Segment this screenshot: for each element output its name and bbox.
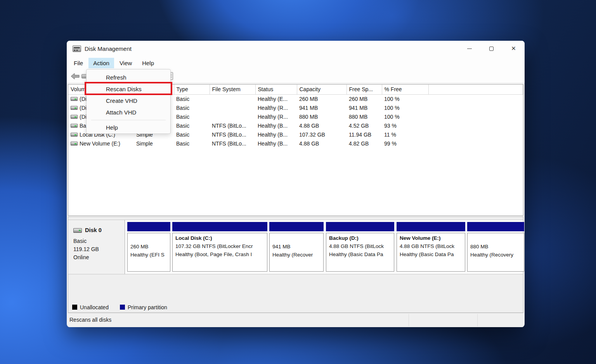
menu-item-refresh[interactable]: Refresh — [87, 72, 170, 83]
col-file-system[interactable]: File System — [210, 85, 255, 94]
col-filler — [428, 85, 523, 94]
window-controls: ✕ — [458, 41, 525, 56]
col-capacity[interactable]: Capacity — [297, 85, 347, 94]
menu-item-create-vhd[interactable]: Create VHD — [87, 95, 170, 107]
menu-file[interactable]: File — [69, 58, 88, 68]
primary-partition-swatch-icon — [120, 305, 125, 310]
partition-title: New Volume (E:) — [400, 234, 462, 243]
partition-size: 4.88 GB NTFS (BitLock — [329, 243, 391, 251]
action-dropdown-menu: Refresh Rescan Disks Create VHD Attach V… — [86, 69, 171, 134]
unallocated-swatch-icon — [72, 305, 77, 310]
volume-icon — [71, 142, 78, 146]
disk-icon — [73, 228, 82, 233]
status-text: Rescans all disks — [69, 313, 111, 326]
partition-color-bar — [172, 222, 267, 231]
col-type[interactable]: Type — [174, 85, 210, 94]
menu-help[interactable]: Help — [137, 58, 159, 68]
title-bar[interactable]: Disk Management ✕ — [67, 41, 525, 56]
partition-status: Healthy (EFI S — [130, 251, 167, 259]
partition-color-bar — [326, 222, 394, 231]
partition-size: 4.88 GB NTFS (BitLock — [400, 243, 462, 251]
minimize-button[interactable] — [458, 41, 480, 56]
partition-new-volume-e[interactable]: New Volume (E:) 4.88 GB NTFS (BitLock He… — [397, 220, 465, 274]
legend: Unallocated Primary partition — [68, 302, 523, 312]
minimize-icon — [467, 49, 472, 49]
partition-status: Healthy (Basic Data Pa — [329, 251, 391, 259]
partition-color-bar — [269, 222, 324, 231]
col-pct-free[interactable]: % Free — [382, 85, 428, 94]
volume-icon — [71, 115, 78, 119]
disk0-panel[interactable]: Disk 0 Basic 119.12 GB Online — [69, 220, 125, 274]
disk-management-app-icon — [73, 45, 81, 52]
partition-efi[interactable]: 260 MB Healthy (EFI S — [127, 220, 170, 274]
partition-status: Healthy (Recover — [272, 251, 321, 259]
partition-color-bar — [127, 222, 170, 231]
legend-unallocated-label: Unallocated — [80, 304, 109, 310]
partition-size: 880 MB — [470, 243, 521, 251]
menu-view[interactable]: View — [115, 58, 137, 68]
volume-icon — [71, 124, 78, 128]
disk0-row: Disk 0 Basic 119.12 GB Online 260 MB Hea… — [68, 220, 523, 274]
close-button[interactable]: ✕ — [502, 41, 525, 56]
partition-size: 941 MB — [272, 243, 321, 251]
legend-primary-label: Primary partition — [128, 304, 167, 310]
back-arrow-icon[interactable] — [71, 73, 80, 81]
menu-item-help[interactable]: Help — [87, 122, 170, 133]
partition-recovery-2[interactable]: 880 MB Healthy (Recovery — [467, 220, 524, 274]
volume-icon — [71, 106, 78, 110]
partition-title: Backup (D:) — [329, 234, 391, 243]
window-title: Disk Management — [85, 45, 132, 52]
maximize-icon — [489, 47, 494, 51]
menu-bar: File Action View Help — [67, 56, 525, 69]
partition-backup-d[interactable]: Backup (D:) 4.88 GB NTFS (BitLock Health… — [326, 220, 394, 274]
volume-icon — [71, 97, 78, 101]
graphical-view-pane: Disk 0 Basic 119.12 GB Online 260 MB Hea… — [68, 217, 523, 313]
partition-color-bar — [397, 222, 465, 231]
partition-recovery-1[interactable]: 941 MB Healthy (Recover — [269, 220, 324, 274]
partition-color-bar — [467, 222, 524, 231]
menu-item-attach-vhd[interactable]: Attach VHD — [87, 107, 170, 118]
partition-size: 260 MB — [130, 243, 167, 251]
status-divider — [409, 314, 409, 326]
disk-management-window: Disk Management ✕ File Action View Help … — [67, 41, 525, 327]
partition-status: Healthy (Basic Data Pa — [400, 251, 462, 259]
partition-status: Healthy (Boot, Page File, Crash I — [175, 251, 264, 259]
table-row[interactable]: New Volume (E:) Simple Basic NTFS (BitLo… — [68, 139, 523, 148]
menu-separator — [91, 120, 166, 120]
volume-icon — [71, 133, 78, 137]
col-free-space[interactable]: Free Sp... — [347, 85, 382, 94]
close-icon: ✕ — [511, 45, 516, 52]
partition-status: Healthy (Recovery — [470, 251, 521, 259]
partition-size: 107.32 GB NTFS (BitLocker Encr — [175, 243, 264, 251]
disk-status: Online — [73, 253, 121, 262]
partition-local-disk-c[interactable]: Local Disk (C:) 107.32 GB NTFS (BitLocke… — [172, 220, 267, 274]
status-divider — [477, 314, 478, 326]
status-bar: Rescans all disks — [68, 313, 523, 327]
maximize-button[interactable] — [480, 41, 502, 56]
disk-type: Basic — [73, 237, 121, 245]
disk-name: Disk 0 — [85, 226, 102, 235]
disk-size: 119.12 GB — [73, 245, 121, 253]
menu-item-rescan-disks[interactable]: Rescan Disks — [87, 83, 170, 95]
partition-title: Local Disk (C:) — [175, 234, 264, 243]
col-status[interactable]: Status — [255, 85, 297, 94]
menu-action[interactable]: Action — [88, 58, 114, 68]
